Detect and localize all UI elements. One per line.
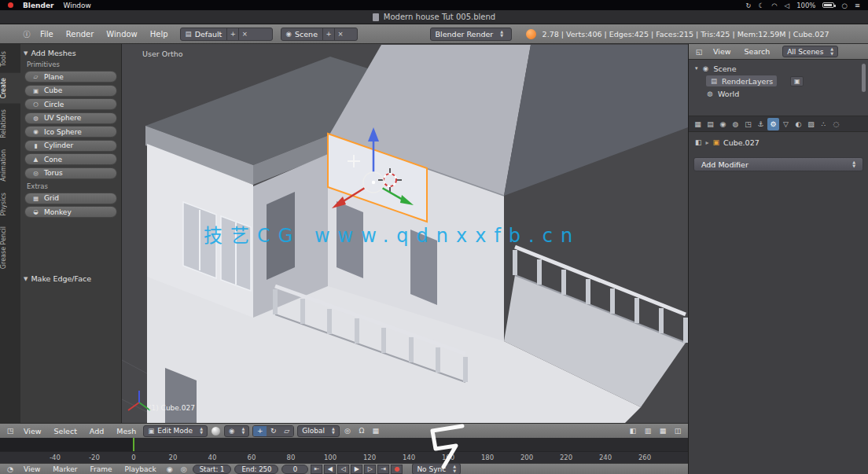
current-frame-field[interactable]: 0 (281, 465, 308, 474)
menu-window[interactable]: Window (101, 28, 142, 40)
outliner-row-scene[interactable]: ▾ ◉ Scene (689, 62, 868, 75)
outliner-scrollbar[interactable] (862, 64, 866, 92)
add-modifier-button[interactable]: Add Modifier (693, 157, 863, 171)
render-layers-tab-icon[interactable]: ▤ (704, 118, 716, 130)
outliner-editor-icon[interactable]: ◱ (693, 46, 705, 57)
info-editor-icon[interactable]: ⓘ (20, 28, 33, 40)
viewport-shading-icon[interactable] (211, 427, 220, 435)
spotlight-icon[interactable]: ○ (841, 2, 847, 9)
keying-icon[interactable]: ◎ (178, 463, 190, 474)
render-engine-selector[interactable]: Blender Render (430, 28, 512, 41)
menu-file[interactable]: File (35, 28, 59, 40)
record-dot-icon[interactable] (8, 2, 13, 8)
modifiers-tab-icon[interactable]: ⚙ (767, 118, 779, 130)
mode-selector[interactable]: ▣ Edit Mode (143, 425, 208, 437)
disclosure-triangle-icon[interactable]: ▾ (695, 65, 698, 72)
moon-icon[interactable]: ☾ (759, 2, 765, 9)
tab-grease-pencil[interactable]: Grease Pencil (0, 222, 20, 274)
close-layout-button[interactable]: × (238, 28, 250, 40)
vp-menu-view[interactable]: View (18, 425, 47, 437)
vp-menu-mesh[interactable]: Mesh (111, 425, 142, 437)
render-tab-icon[interactable]: ▦ (692, 118, 704, 130)
texture-tab-icon[interactable]: ▨ (805, 118, 817, 130)
add-scene-button[interactable]: + (322, 28, 334, 40)
world-tab-icon[interactable]: ◍ (730, 118, 741, 130)
add-cube-button[interactable]: ▣ Cube (24, 85, 117, 97)
data-tab-icon[interactable]: ▽ (780, 118, 792, 130)
pivot-selector[interactable]: ◉ (224, 425, 249, 437)
screen-layout-selector[interactable]: ▤ Default + × (180, 28, 273, 41)
add-circle-button[interactable]: ○ Circle (24, 98, 117, 110)
layers-icon[interactable]: ▦ (657, 425, 669, 437)
make-edge-face-panel-header[interactable]: ▼ Make Edge/Face (24, 274, 118, 283)
add-cylinder-button[interactable]: ▮ Cylinder (24, 140, 117, 152)
snap-element-icon[interactable]: ▦ (370, 425, 382, 437)
outliner-menu-search[interactable]: Search (739, 46, 776, 57)
rotate-manipulator-button[interactable]: ↻ (267, 426, 280, 436)
proportional-edit-icon[interactable]: ◎ (341, 425, 354, 437)
tl-menu-marker[interactable]: Marker (47, 464, 83, 474)
add-grid-button[interactable]: ▦ Grid (24, 193, 117, 204)
close-scene-button[interactable]: × (334, 28, 346, 40)
tab-physics[interactable]: Physics (0, 188, 20, 221)
tl-menu-frame[interactable]: Frame (84, 464, 117, 474)
preview-range-icon[interactable]: ◉ (164, 463, 176, 474)
play-reverse-button[interactable]: ◀ (324, 465, 336, 474)
view3d-editor-icon[interactable]: ◳ (4, 425, 17, 437)
particles-tab-icon[interactable]: ∴ (818, 118, 829, 130)
vp-menu-select[interactable]: Select (49, 425, 83, 437)
scale-manipulator-button[interactable]: ▱ (280, 426, 293, 436)
sync-icon[interactable]: ↻ (745, 2, 751, 9)
outliner-scope-selector[interactable]: All Scenes (782, 46, 838, 57)
timeline-editor-icon[interactable]: ◔ (4, 463, 17, 474)
scene-selector[interactable]: ◉ Scene + × (281, 28, 358, 41)
render-toggle-icon[interactable]: ▣ (790, 76, 804, 86)
outliner-menu-view[interactable]: View (708, 46, 737, 57)
prev-frame-button[interactable]: ◁ (337, 465, 349, 474)
tab-animation[interactable]: Animation (0, 145, 20, 186)
render-border-icon[interactable]: ◫ (671, 425, 684, 437)
record-button[interactable]: ● (391, 465, 403, 474)
occlude-geometry-icon[interactable]: ◧ (627, 425, 639, 437)
frame-end-field[interactable]: End: 250 (234, 465, 278, 474)
shading-solid-icon[interactable]: ▥ (642, 425, 654, 437)
jump-to-end-button[interactable]: ⇥ (377, 465, 389, 474)
object-tab-icon[interactable]: ◳ (742, 118, 754, 130)
constraints-tab-icon[interactable]: ⚓ (755, 118, 767, 130)
menu-list-icon[interactable]: ≡ (855, 2, 860, 9)
add-monkey-button[interactable]: ◒ Monkey (24, 206, 117, 218)
next-frame-button[interactable]: ▷ (364, 465, 376, 474)
frame-start-field[interactable]: Start: 1 (193, 465, 232, 474)
translate-manipulator-button[interactable]: + (253, 426, 267, 436)
tl-menu-view[interactable]: View (18, 464, 46, 474)
tab-relations[interactable]: Relations (0, 105, 20, 143)
add-ico-sphere-button[interactable]: ◉ Ico Sphere (24, 126, 117, 138)
selected-row-highlight[interactable]: ▤ RenderLayers (706, 75, 777, 86)
snap-magnet-icon[interactable]: Ω (355, 425, 368, 437)
menu-render[interactable]: Render (61, 28, 100, 40)
add-meshes-panel-header[interactable]: ▼ Add Meshes (24, 49, 118, 57)
add-plane-button[interactable]: ▱ Plane (24, 71, 117, 83)
viewport-3d[interactable]: User Ortho 技艺CG www.qdnxxfb.cn (1) Cube.… (122, 44, 688, 423)
volume-icon[interactable]: ◁ (785, 2, 790, 9)
scene-tab-icon[interactable]: ◉ (717, 118, 729, 130)
add-layout-button[interactable]: + (226, 28, 238, 40)
tab-tools[interactable]: Tools (0, 46, 20, 72)
add-uv-sphere-button[interactable]: ◍ UV Sphere (24, 112, 117, 124)
timeline-ruler[interactable]: -40 -20 0 20 40 60 80 100 120 140 160 18… (0, 451, 688, 463)
add-torus-button[interactable]: ◎ Torus (24, 167, 117, 179)
orientation-selector[interactable]: Global (297, 425, 340, 437)
play-button[interactable]: ▶ (351, 465, 362, 474)
menubar-item-window[interactable]: Window (63, 2, 91, 9)
physics-tab-icon[interactable]: ◌ (830, 118, 842, 130)
sync-mode-selector[interactable]: No Sync (412, 463, 461, 474)
outliner-row-world[interactable]: ◍ World (689, 87, 868, 100)
add-cone-button[interactable]: ▲ Cone (24, 153, 117, 165)
tab-create[interactable]: Create (0, 73, 20, 104)
menu-help[interactable]: Help (145, 28, 174, 40)
vp-menu-add[interactable]: Add (84, 425, 109, 437)
material-tab-icon[interactable]: ◐ (793, 118, 804, 130)
jump-to-start-button[interactable]: ⇤ (311, 465, 322, 474)
tl-menu-playback[interactable]: Playback (120, 464, 162, 474)
editor-type-icon[interactable] (6, 28, 19, 40)
